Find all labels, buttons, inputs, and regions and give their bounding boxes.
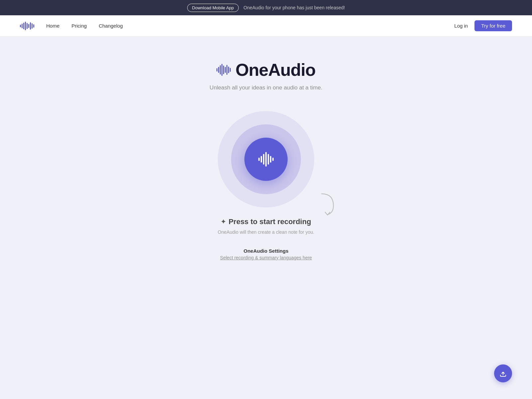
nav-left: Home Pricing Changelog: [20, 22, 123, 30]
download-mobile-btn[interactable]: Download Mobile App: [187, 4, 239, 12]
nav-right: Log in Try for free: [454, 20, 512, 31]
nav-home[interactable]: Home: [46, 23, 60, 29]
press-to-record-text: ✦ Press to start recording: [221, 217, 311, 226]
upload-fab[interactable]: [494, 364, 512, 382]
settings-section: OneAudio Settings Select recording & sum…: [220, 248, 312, 260]
nav-pricing[interactable]: Pricing: [71, 23, 87, 29]
arrow-hint-icon: [318, 191, 337, 217]
spark-icon: ✦: [221, 218, 226, 225]
sub-text: OneAudio will then create a clean note f…: [218, 229, 314, 235]
logo-area: [20, 22, 34, 30]
login-button[interactable]: Log in: [454, 23, 468, 29]
hero-tagline: Unleash all your ideas in one audio at a…: [209, 84, 322, 91]
hero-logo-icon: [216, 64, 231, 76]
upload-icon: [499, 369, 507, 377]
brand-title: OneAudio: [216, 60, 315, 80]
nav-changelog[interactable]: Changelog: [99, 23, 123, 29]
mid-circle: [231, 124, 301, 194]
settings-link[interactable]: Select recording & summary languages her…: [220, 255, 312, 260]
recorder-container: [218, 111, 314, 207]
main-content: OneAudio Unleash all your ideas in one a…: [0, 37, 532, 260]
banner-text: OneAudio for your phone has just been re…: [243, 5, 345, 10]
outer-circle: [218, 111, 314, 207]
navbar: Home Pricing Changelog Log in Try for fr…: [0, 15, 532, 37]
top-banner: Download Mobile App OneAudio for your ph…: [0, 0, 532, 15]
settings-title: OneAudio Settings: [243, 248, 288, 254]
try-free-button[interactable]: Try for free: [474, 20, 512, 31]
press-label: Press to start recording: [228, 217, 311, 226]
record-button[interactable]: [244, 138, 288, 181]
logo-icon: [20, 22, 34, 30]
hero-brand-name: OneAudio: [235, 60, 315, 80]
record-waveform-icon: [258, 152, 274, 167]
